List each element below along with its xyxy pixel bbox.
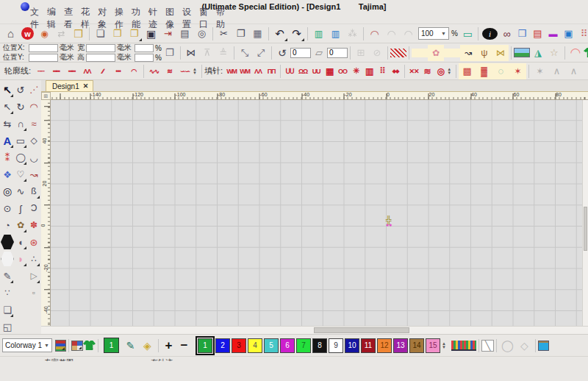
insert-image-icon[interactable] — [514, 48, 530, 57]
stitch-player-icon[interactable]: ▥ — [310, 26, 327, 42]
palette-swatch-7[interactable]: 7 — [296, 338, 311, 353]
penetration-dots-tool[interactable]: ∵ — [1, 285, 14, 301]
hoop-right-icon[interactable]: ◠ — [400, 26, 417, 42]
fill-hatch-icon[interactable] — [412, 49, 428, 57]
arc-digitize-tool[interactable]: ◠ — [27, 99, 40, 115]
palette-swatch-4[interactable]: 4 — [248, 338, 262, 353]
rotate-angle-input[interactable] — [290, 48, 311, 58]
hexagon-outline-tool[interactable] — [1, 251, 14, 267]
palette-swatch-14[interactable]: 14 — [409, 338, 424, 353]
select-box-tool[interactable]: ▫ — [27, 285, 40, 301]
thread-chart-x-icon[interactable] — [464, 341, 476, 351]
spinner-down-icon[interactable]: ▼ — [193, 71, 199, 75]
skew-icon[interactable]: ▱ — [311, 45, 327, 61]
bobbins-icon[interactable]: ⋈ — [492, 45, 509, 61]
mirror-y-icon[interactable]: ⊼ — [199, 45, 215, 61]
spool-blue-icon[interactable] — [538, 341, 549, 351]
vertical-scroll-thumb[interactable] — [584, 207, 587, 251]
hoop-left-icon[interactable]: ◠ — [383, 26, 400, 42]
fill-satin-icon[interactable]: WM — [238, 65, 251, 78]
outline-wave1-icon[interactable]: ∿∿ — [146, 65, 162, 78]
column-c-tool[interactable]: ↝ — [27, 166, 40, 182]
paint-bucket-icon[interactable]: ◈ — [139, 338, 156, 354]
stitch-wheel-tool[interactable]: ⊛ — [27, 234, 40, 250]
auto-center-icon[interactable]: ❐ — [162, 45, 178, 61]
menu-stitch[interactable]: 针迹 — [145, 10, 162, 26]
rotate-right-45-icon[interactable]: ⤢ — [253, 45, 269, 61]
basic-shapes-tool[interactable]: ♡ — [14, 166, 27, 182]
import-design-icon[interactable]: ⇥ — [159, 26, 176, 42]
palette-swatch-12[interactable]: 12 — [377, 338, 392, 353]
cut-icon[interactable]: ✂ — [215, 26, 232, 42]
horizontal-scroll-thumb[interactable] — [314, 327, 409, 333]
outline-e-stitch-icon[interactable]: ◠ — [126, 65, 141, 78]
palette-swatch-2[interactable]: 2 — [215, 338, 230, 353]
spinner-down-icon[interactable]: ▼ — [442, 346, 448, 349]
rotate-left-45-icon[interactable]: ⤡ — [237, 45, 253, 61]
folders-icon[interactable]: ❒ — [70, 26, 87, 42]
fill-tri2-icon[interactable]: ∧ — [565, 63, 582, 79]
outline-wave2-icon[interactable]: ≋ — [162, 65, 177, 78]
spinner-down-icon[interactable]: ▼ — [447, 71, 453, 75]
monogram-tool[interactable]: ❖ — [1, 166, 14, 182]
eyedropper-icon[interactable]: ✎ — [122, 338, 139, 354]
polygon-digitize-tool[interactable]: ◇ — [27, 132, 40, 149]
redo-icon[interactable]: ↷ — [288, 26, 305, 42]
outline-design-tool[interactable]: ⊙ — [1, 200, 14, 216]
wilcom-w-icon[interactable]: w — [21, 27, 34, 40]
outline-spinner[interactable]: ▲▼ — [193, 68, 199, 75]
stitch-dots-icon[interactable]: ⠿ — [576, 26, 588, 42]
copy-icon[interactable]: ❐ — [232, 26, 249, 42]
overview-window-icon[interactable]: ▭ — [460, 26, 476, 42]
fill-squiggle-icon[interactable]: ՍՍ — [283, 65, 296, 78]
hoop-send-icon[interactable]: ◠ — [366, 26, 383, 42]
fill-cross-icon[interactable]: ✕✕ — [407, 65, 420, 78]
freehand-tool[interactable]: ∿ — [14, 183, 27, 199]
vertical-scrollbar[interactable] — [582, 100, 588, 326]
fill-rays-gray-icon[interactable]: ✶ — [531, 63, 548, 79]
pacman-tool[interactable]: ◖ — [14, 234, 27, 250]
menu-settings[interactable]: 设置 — [179, 10, 196, 26]
fill-tri1-icon[interactable]: ∧ — [548, 63, 565, 79]
thread-spool-icon[interactable]: ▣ — [561, 26, 576, 42]
current-color-swatch[interactable]: 1 — [104, 338, 119, 353]
lasso-select-tool[interactable]: ↖ — [1, 99, 14, 115]
paste-icon[interactable]: ▦ — [249, 26, 266, 42]
outline-zigzag-icon[interactable]: ΛΛ — [79, 65, 95, 78]
palette-swatch-10[interactable]: 10 — [345, 338, 359, 353]
square-circle-tool[interactable]: ◱ — [1, 318, 14, 335]
palette-swatch-9[interactable]: 9 — [329, 338, 343, 353]
print-preview-icon[interactable]: ◎ — [193, 26, 210, 42]
fill-tatami-icon[interactable]: WM — [225, 65, 238, 78]
width-percent-input[interactable] — [135, 44, 154, 52]
pos-y-input[interactable] — [29, 54, 58, 62]
open-recent-icon[interactable]: ❐ — [126, 26, 143, 42]
fill-dense-icon[interactable]: ▓ — [476, 63, 492, 79]
palette-swatch-11[interactable]: 11 — [361, 338, 376, 353]
no-color-icon[interactable]: ╲ — [481, 340, 494, 352]
menu-window[interactable]: 窗口 — [196, 10, 212, 26]
transform-tool[interactable]: ⇆ — [1, 115, 14, 132]
fill-diamonds-icon[interactable]: ◆◆ — [389, 65, 402, 78]
add-color-button[interactable]: + — [161, 338, 176, 354]
select-tool[interactable]: ↖ — [1, 82, 14, 98]
close-icon[interactable]: ✕ — [83, 82, 89, 90]
mirror-merge-icon[interactable]: ≜ — [215, 45, 232, 61]
rotate-ccw-icon[interactable]: ↺ — [274, 45, 290, 61]
fill-dotted-circle-icon[interactable]: ◌ — [492, 63, 509, 79]
height-percent-input[interactable] — [135, 54, 154, 62]
tab-design1[interactable]: Design1 ✕ — [46, 80, 93, 91]
machine-group-icon[interactable]: ⁂ — [344, 26, 361, 42]
send-design-icon[interactable]: ⇄ — [53, 26, 70, 42]
column-b-tool[interactable]: ß — [27, 183, 40, 199]
properties-doc-icon[interactable]: ❒ — [514, 26, 530, 42]
tshirt-icon[interactable] — [584, 48, 588, 57]
scale-off-icon[interactable]: ⊘ — [369, 45, 385, 61]
colorway-select[interactable]: Colorway 1 ▼ — [2, 338, 52, 352]
node-points-tool[interactable]: ∴ — [27, 251, 40, 267]
cube-gray-icon[interactable]: ◇ — [516, 338, 533, 354]
outline-wave3-icon[interactable]: ∽∽ — [177, 65, 193, 78]
palette-swatch-15[interactable]: 15 — [426, 338, 440, 353]
fill-loop-icon[interactable]: UU — [309, 65, 323, 78]
horizontal-scrollbar[interactable] — [41, 326, 588, 334]
